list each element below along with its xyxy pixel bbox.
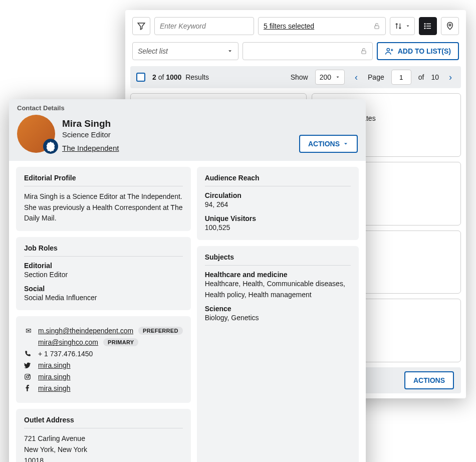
audience-key: Circulation	[205, 191, 351, 199]
chevron-down-icon	[227, 48, 233, 54]
page-label: Page	[368, 73, 384, 81]
audience-key: Unique Visitors	[205, 214, 351, 222]
svg-point-5	[424, 26, 425, 27]
chevron-down-icon	[343, 141, 349, 147]
contact-details-panel: Contact Details Mira Singh Science Edito…	[9, 99, 366, 462]
facebook-icon	[24, 385, 33, 392]
address-line: New York, New York	[24, 444, 183, 455]
outlet-address-panel: Outlet Address 721 Carling Avenue New Yo…	[16, 409, 191, 462]
contact-actions-button[interactable]: ACTIONS	[299, 135, 358, 153]
select-list-label: Select list	[138, 47, 168, 55]
email-link[interactable]: m.singh@theindependent.com	[38, 327, 133, 335]
outlet-address-heading: Outlet Address	[24, 416, 183, 428]
editorial-profile-heading: Editorial Profile	[24, 174, 183, 186]
subject-value: Biology, Genetics	[205, 313, 351, 324]
svg-rect-8	[362, 51, 366, 54]
next-page[interactable]: ›	[446, 72, 455, 83]
instagram-link[interactable]: mira.singh	[38, 373, 71, 381]
locked-field	[243, 42, 373, 60]
email-icon: ✉	[24, 327, 33, 335]
filter-icon[interactable]	[132, 17, 150, 35]
prev-page[interactable]: ‹	[352, 72, 361, 83]
subject-key: Healthcare and medicine	[205, 271, 351, 279]
email-link[interactable]: mira@singhco.com	[38, 338, 98, 346]
verified-badge-icon	[45, 141, 56, 152]
twitter-icon	[24, 362, 33, 369]
contact-role: Science Editor	[62, 130, 292, 139]
page-size-value: 200	[320, 73, 331, 81]
sort-icon	[394, 22, 402, 30]
svg-point-11	[27, 376, 29, 378]
outlet-link[interactable]: The Independent	[62, 144, 119, 152]
subjects-heading: Subjects	[205, 253, 351, 266]
audience-reach-panel: Audience Reach Circulation 94, 264 Uniqu…	[197, 167, 359, 240]
chevron-down-icon	[405, 24, 410, 29]
contacts-panel: ✉ m.singh@theindependent.com PREFERRED m…	[16, 316, 191, 403]
list-view-button[interactable]	[419, 17, 437, 35]
subject-key: Science	[205, 305, 351, 313]
instagram-icon	[24, 373, 33, 380]
subject-value: Healthcare, Health, Communicable disease…	[205, 279, 351, 300]
audience-reach-heading: Audience Reach	[205, 174, 351, 186]
address-line: 10018	[24, 455, 183, 462]
of-word: of	[418, 73, 424, 81]
address-line: 721 Carling Avenue	[24, 433, 183, 444]
svg-point-7	[449, 24, 451, 26]
results-count: 2 of 1000 Results	[152, 73, 209, 81]
panel-title: Contact Details	[17, 104, 358, 112]
email-tag: PREFERRED	[138, 327, 183, 335]
lock-icon	[360, 48, 367, 55]
job-role-text: Section Editor	[24, 270, 183, 281]
svg-point-12	[29, 375, 30, 376]
sort-button[interactable]	[390, 17, 415, 35]
actions-button[interactable]: ACTIONS	[404, 371, 454, 389]
svg-point-4	[424, 24, 425, 25]
show-label: Show	[291, 73, 308, 81]
page-size-select[interactable]: 200	[315, 70, 345, 85]
job-role-category: Editorial	[24, 262, 183, 270]
email-tag: PRIMARY	[103, 338, 138, 346]
results-bar: 2 of 1000 Results Show 200 ‹ Page of 10 …	[130, 66, 461, 88]
audience-value: 94, 264	[205, 199, 351, 210]
select-list-dropdown[interactable]: Select list	[132, 42, 239, 60]
map-view-button[interactable]	[441, 17, 459, 35]
chevron-down-icon	[335, 75, 340, 80]
svg-point-9	[387, 48, 389, 51]
job-role-category: Social	[24, 285, 183, 293]
add-to-lists-label: ADD TO LIST(S)	[398, 47, 451, 55]
filters-selected-text: 5 filters selected	[264, 22, 314, 30]
editorial-profile-text: Mira Singh is a Science Editor at The In…	[24, 191, 183, 224]
audience-value: 100,525	[205, 222, 351, 234]
twitter-link[interactable]: mira.singh	[38, 361, 71, 369]
svg-point-6	[424, 28, 425, 29]
avatar	[17, 115, 55, 153]
total-pages: 10	[431, 73, 439, 81]
keyword-input[interactable]	[154, 17, 254, 35]
facebook-link[interactable]: mira.singh	[38, 384, 71, 392]
select-all-checkbox[interactable]	[136, 73, 145, 82]
job-roles-heading: Job Roles	[24, 244, 183, 257]
phone-text: + 1 737.476.1450	[38, 350, 93, 358]
add-to-lists-button[interactable]: ADD TO LIST(S)	[377, 42, 459, 60]
editorial-profile-panel: Editorial Profile Mira Singh is a Scienc…	[16, 167, 191, 231]
lock-icon	[373, 23, 380, 30]
phone-icon	[24, 350, 33, 357]
page-input[interactable]	[391, 70, 411, 85]
job-roles-panel: Job Roles Editorial Section Editor Socia…	[16, 237, 191, 310]
filters-selected[interactable]: 5 filters selected	[258, 17, 386, 35]
person-add-icon	[385, 47, 394, 56]
svg-rect-0	[375, 26, 379, 29]
contact-name: Mira Singh	[62, 118, 292, 129]
job-role-text: Social Media Influencer	[24, 293, 183, 304]
subjects-panel: Subjects Healthcare and medicine Healthc…	[197, 246, 359, 462]
